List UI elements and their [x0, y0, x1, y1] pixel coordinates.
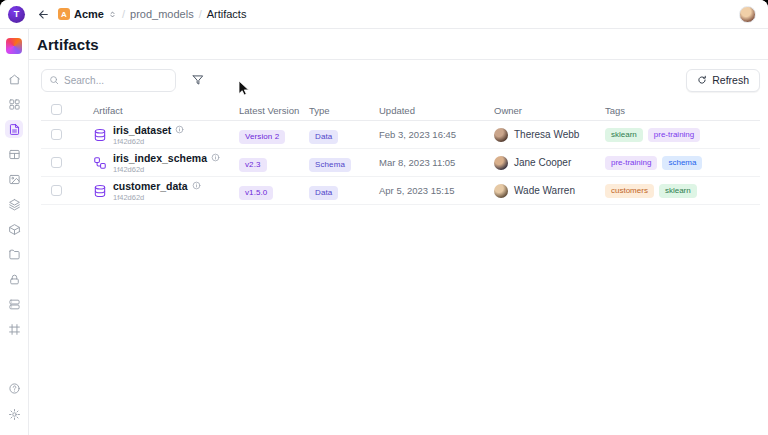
database-icon: [93, 184, 107, 198]
package-icon: [8, 223, 21, 236]
sidebar-item-artifacts[interactable]: [5, 120, 23, 138]
artifact-hash: 1f42d62d: [113, 193, 201, 202]
tag[interactable]: customers: [605, 184, 654, 198]
sidebar-item-secrets[interactable]: [5, 270, 23, 288]
refresh-button[interactable]: Refresh: [686, 69, 760, 92]
type-badge: Data: [309, 186, 338, 200]
info-icon[interactable]: [175, 125, 184, 134]
sidebar-item-widgets[interactable]: [5, 95, 23, 113]
updated-timestamp: Mar 8, 2023 11:05: [379, 157, 494, 168]
artifact-hash: 1f42d62d: [113, 165, 220, 174]
sidebar-item-layers[interactable]: [5, 195, 23, 213]
schema-icon: [93, 156, 107, 170]
artifacts-table: Artifact Latest Version Type Updated Own…: [41, 100, 760, 205]
row-checkbox[interactable]: [51, 185, 62, 196]
sidebar-item-settings[interactable]: [5, 405, 23, 423]
sidebar-item-media[interactable]: [5, 170, 23, 188]
tag[interactable]: schema: [662, 156, 702, 170]
row-checkbox[interactable]: [51, 157, 62, 168]
arrow-left-icon: [37, 8, 50, 21]
sidebar-item-deployments[interactable]: [5, 295, 23, 313]
sidebar-item-tables[interactable]: [5, 145, 23, 163]
table-icon: [8, 148, 21, 161]
sidebar-nav: [5, 70, 23, 338]
filter-button[interactable]: [189, 71, 207, 89]
app-logo: T: [8, 6, 25, 23]
tag[interactable]: pre-training: [648, 128, 700, 142]
refresh-icon: [697, 75, 707, 85]
table-row[interactable]: iris_dataset 1f42d62d Version 2 Data Feb…: [41, 121, 760, 149]
database-icon: [93, 128, 107, 142]
search-box[interactable]: [41, 69, 176, 92]
back-button[interactable]: [34, 5, 52, 23]
sidebar-item-frames[interactable]: [5, 320, 23, 338]
search-input[interactable]: [64, 75, 168, 86]
column-header-updated[interactable]: Updated: [379, 105, 494, 116]
version-badge: v2.3: [239, 158, 267, 172]
frame-icon: [8, 323, 21, 336]
table-row[interactable]: customer_data 1f42d62d v1.5.0 Data Apr 5…: [41, 177, 760, 205]
version-badge: v1.5.0: [239, 186, 273, 200]
type-badge: Schema: [309, 158, 351, 172]
tag[interactable]: pre-training: [605, 156, 657, 170]
user-avatar[interactable]: [739, 6, 756, 23]
page-title: Artifacts: [37, 36, 99, 53]
table-header: Artifact Latest Version Type Updated Own…: [41, 100, 760, 121]
org-switcher[interactable]: A Acme: [58, 8, 117, 20]
layers-icon: [8, 198, 21, 211]
breadcrumb-project[interactable]: prod_models: [130, 8, 194, 20]
server-icon: [8, 298, 21, 311]
folder-icon: [8, 248, 21, 261]
updated-timestamp: Feb 3, 2023 16:45: [379, 129, 494, 140]
owner-name: Wade Warren: [514, 185, 575, 196]
sidebar-item-files[interactable]: [5, 245, 23, 263]
column-header-owner[interactable]: Owner: [494, 105, 605, 116]
info-icon[interactable]: [192, 181, 201, 190]
owner-avatar: [494, 184, 508, 198]
widgets-icon: [8, 98, 21, 111]
help-icon: [8, 382, 21, 395]
column-header-type[interactable]: Type: [309, 105, 379, 116]
sidebar-item-help[interactable]: [5, 379, 23, 397]
tag[interactable]: sklearn: [605, 128, 643, 142]
column-header-tags[interactable]: Tags: [605, 105, 760, 116]
lock-icon: [8, 273, 21, 286]
refresh-label: Refresh: [712, 74, 749, 86]
app-window: T A Acme / prod_models / Artifacts: [0, 0, 768, 435]
breadcrumb-separator: /: [122, 8, 125, 20]
filter-icon: [191, 73, 205, 87]
updated-timestamp: Apr 5, 2023 15:15: [379, 185, 494, 196]
home-icon: [8, 73, 21, 86]
row-checkbox[interactable]: [51, 129, 62, 140]
table-row[interactable]: iris_index_schema 1f42d62d v2.3 Schema M…: [41, 149, 760, 177]
info-icon[interactable]: [211, 153, 220, 162]
owner-name: Jane Cooper: [514, 157, 571, 168]
select-all-checkbox[interactable]: [51, 104, 62, 115]
sidebar-item-packages[interactable]: [5, 220, 23, 238]
version-badge: Version 2: [239, 130, 285, 144]
owner-avatar: [494, 156, 508, 170]
sidebar-bottom: [5, 379, 23, 423]
main-content: Artifacts Refresh Artifact: [29, 29, 768, 435]
artifact-name[interactable]: customer_data: [113, 180, 188, 192]
owner-name: Theresa Webb: [514, 129, 579, 140]
media-icon: [8, 173, 21, 186]
breadcrumb-separator: /: [199, 8, 202, 20]
artifacts-icon: [8, 123, 21, 136]
column-header-version[interactable]: Latest Version: [239, 105, 309, 116]
page-header: Artifacts: [29, 29, 768, 60]
artifact-name[interactable]: iris_dataset: [113, 124, 171, 136]
artifact-name[interactable]: iris_index_schema: [113, 152, 207, 164]
sidebar-item-home[interactable]: [5, 70, 23, 88]
search-icon: [49, 75, 59, 85]
owner-avatar: [494, 128, 508, 142]
sidebar: [0, 29, 29, 435]
settings-icon: [8, 408, 21, 421]
column-header-artifact[interactable]: Artifact: [93, 105, 239, 116]
tag[interactable]: sklearn: [659, 184, 697, 198]
type-badge: Data: [309, 130, 338, 144]
workspace-icon[interactable]: [6, 38, 22, 54]
artifact-hash: 1f42d62d: [113, 137, 184, 146]
breadcrumb-current: Artifacts: [207, 8, 247, 20]
chevron-sort-icon: [108, 10, 117, 19]
